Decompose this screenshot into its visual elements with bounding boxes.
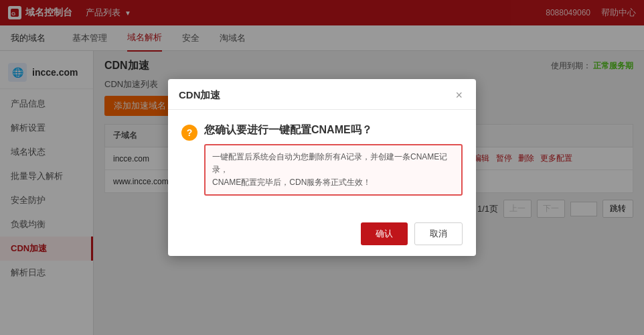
modal-body: ? 您确认要进行一键配置CNAME吗？ 一键配置后系统会自动为您删除所有A记录，… — [168, 110, 476, 216]
modal-footer: 确认 取消 — [168, 216, 476, 256]
modal-close-button[interactable]: × — [453, 88, 465, 103]
modal-desc-line1: 一键配置后系统会自动为您删除所有A记录，并创建一条CNAME记录， — [212, 151, 455, 176]
modal-desc-line2: CNAME配置完毕后，CDN服务将正式生效！ — [212, 176, 455, 189]
modal-header: CDN加速 × — [168, 79, 476, 110]
modal-question-text: 您确认要进行一键配置CNAME吗？ — [204, 123, 463, 137]
modal-content: 您确认要进行一键配置CNAME吗？ 一键配置后系统会自动为您删除所有A记录，并创… — [204, 123, 463, 196]
question-icon: ? — [181, 125, 197, 141]
confirm-button[interactable]: 确认 — [361, 222, 408, 245]
modal-description-box: 一键配置后系统会自动为您删除所有A记录，并创建一条CNAME记录， CNAME配… — [204, 144, 463, 196]
modal-dialog: CDN加速 × ? 您确认要进行一键配置CNAME吗？ 一键配置后系统会自动为您… — [168, 79, 476, 257]
cancel-button[interactable]: 取消 — [414, 222, 463, 245]
modal-question-section: ? 您确认要进行一键配置CNAME吗？ 一键配置后系统会自动为您删除所有A记录，… — [181, 123, 463, 196]
modal-overlay: CDN加速 × ? 您确认要进行一键配置CNAME吗？ 一键配置后系统会自动为您… — [0, 0, 644, 335]
modal-title: CDN加速 — [179, 89, 221, 102]
